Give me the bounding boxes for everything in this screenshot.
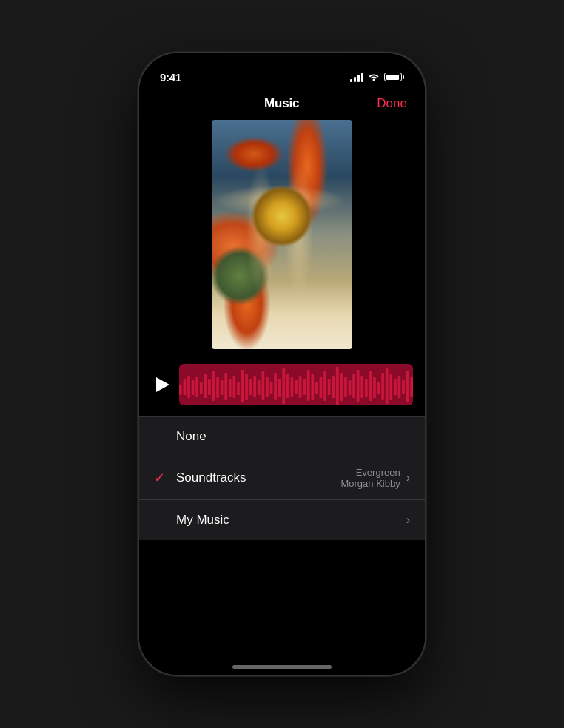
svg-rect-0 — [179, 385, 182, 395]
svg-rect-6 — [204, 374, 207, 398]
svg-rect-14 — [237, 382, 240, 395]
status-time: 9:41 — [160, 71, 181, 84]
svg-rect-13 — [232, 376, 235, 398]
soundtrack-track-title: Evergreen — [340, 467, 400, 478]
svg-rect-8 — [212, 371, 215, 401]
svg-rect-5 — [200, 382, 203, 394]
svg-rect-40 — [344, 377, 347, 397]
svg-rect-45 — [365, 379, 368, 397]
svg-rect-55 — [406, 371, 409, 402]
svg-rect-25 — [282, 368, 285, 404]
music-list: None ✓ Soundtracks Evergreen Morgan Kibb… — [139, 417, 425, 540]
svg-rect-53 — [398, 376, 401, 398]
music-label-soundtracks: Soundtracks — [176, 471, 340, 485]
my-music-chevron-icon: › — [406, 513, 410, 527]
svg-rect-1 — [184, 379, 187, 395]
music-label-none: None — [176, 429, 410, 444]
svg-rect-24 — [278, 379, 281, 397]
svg-rect-9 — [216, 377, 219, 398]
svg-rect-7 — [208, 379, 211, 395]
my-music-right: › — [403, 513, 410, 527]
svg-rect-22 — [270, 382, 273, 394]
svg-rect-23 — [274, 373, 277, 400]
waveform-svg — [179, 364, 413, 405]
audio-track — [139, 364, 425, 405]
svg-rect-32 — [311, 374, 314, 400]
svg-rect-2 — [187, 376, 190, 398]
music-option-soundtracks[interactable]: ✓ Soundtracks Evergreen Morgan Kibby › — [139, 456, 425, 500]
checkmark-none — [154, 428, 169, 444]
bottom-area — [139, 540, 425, 675]
svg-rect-16 — [245, 374, 248, 400]
wifi-icon — [368, 71, 380, 83]
svg-rect-12 — [229, 379, 232, 397]
svg-rect-15 — [241, 370, 244, 402]
svg-rect-36 — [328, 379, 331, 395]
svg-rect-50 — [386, 368, 389, 404]
svg-rect-43 — [357, 370, 360, 402]
svg-rect-33 — [315, 382, 318, 394]
screen: 9:41 — [139, 53, 425, 675]
svg-rect-29 — [299, 376, 302, 398]
svg-rect-17 — [249, 379, 252, 395]
svg-rect-3 — [192, 380, 195, 395]
checkmark-soundtracks: ✓ — [154, 470, 169, 486]
video-area — [139, 120, 425, 364]
svg-rect-4 — [195, 377, 198, 397]
waveform[interactable] — [179, 364, 413, 405]
checkmark-my-music — [154, 513, 169, 528]
svg-rect-19 — [258, 380, 261, 395]
svg-rect-46 — [369, 371, 372, 401]
nav-title: Music — [264, 96, 299, 111]
svg-rect-48 — [377, 382, 380, 394]
phone-frame: 9:41 — [138, 52, 426, 676]
svg-rect-49 — [381, 373, 384, 400]
svg-rect-37 — [332, 376, 335, 398]
svg-rect-44 — [360, 376, 363, 398]
svg-rect-47 — [373, 377, 376, 398]
battery-icon — [384, 73, 404, 81]
play-icon — [156, 377, 169, 392]
svg-rect-51 — [389, 374, 392, 400]
svg-rect-11 — [224, 373, 227, 400]
play-button[interactable] — [151, 374, 172, 395]
done-button[interactable]: Done — [377, 96, 407, 111]
soundtrack-track-artist: Morgan Kibby — [340, 478, 400, 489]
status-icons — [350, 71, 404, 83]
music-label-my-music: My Music — [176, 513, 403, 528]
svg-rect-31 — [307, 370, 310, 401]
svg-rect-42 — [352, 374, 355, 398]
svg-rect-39 — [340, 373, 343, 401]
music-option-my-music[interactable]: My Music › — [139, 500, 425, 540]
svg-rect-18 — [253, 376, 256, 397]
power-button[interactable] — [425, 223, 426, 297]
signal-icon — [350, 73, 363, 82]
svg-rect-30 — [303, 379, 306, 395]
svg-rect-28 — [295, 380, 298, 394]
svg-rect-38 — [336, 367, 339, 405]
video-thumbnail — [212, 120, 352, 349]
svg-rect-34 — [320, 377, 323, 398]
svg-rect-21 — [266, 377, 269, 397]
svg-rect-56 — [410, 377, 413, 397]
svg-rect-35 — [323, 371, 326, 401]
soundtracks-chevron-icon: › — [406, 471, 410, 485]
svg-rect-54 — [402, 380, 405, 394]
soundtracks-subtitle: Evergreen Morgan Kibby — [340, 467, 400, 489]
nav-bar: Music Done — [139, 90, 425, 120]
music-option-none[interactable]: None — [139, 417, 425, 456]
svg-rect-20 — [262, 371, 265, 400]
svg-rect-41 — [349, 380, 352, 395]
home-indicator[interactable] — [232, 665, 332, 669]
svg-rect-27 — [291, 377, 294, 397]
svg-rect-26 — [286, 374, 289, 398]
svg-rect-10 — [221, 380, 224, 395]
soundtracks-right: Evergreen Morgan Kibby › — [340, 467, 410, 489]
notch — [226, 53, 338, 75]
video-image — [212, 120, 352, 349]
svg-rect-52 — [394, 379, 397, 395]
